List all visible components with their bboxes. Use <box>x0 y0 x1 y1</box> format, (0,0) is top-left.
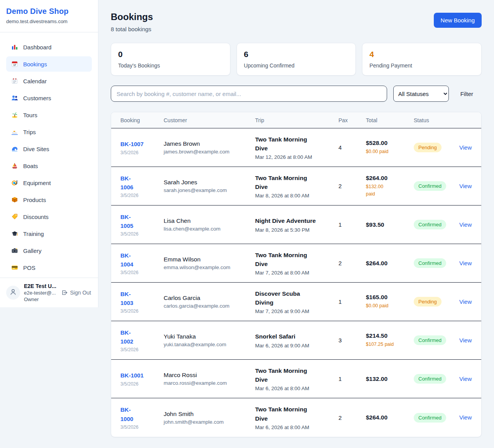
booking-date: 3/5/2026 <box>120 150 164 155</box>
booking-cell: BK- 1005 3/5/2026 <box>120 212 164 237</box>
sidebar-item-training[interactable]: Training <box>6 226 92 241</box>
sidebar-item-trips[interactable]: Trips <box>6 124 92 140</box>
sidebar-item-label: Calendar <box>23 78 47 84</box>
sign-out-button[interactable]: Sign Out <box>61 290 92 296</box>
total-cell: $528.00 $0.00 paid <box>366 140 414 155</box>
total-cell: $93.50 <box>366 221 414 228</box>
total-cell: $165.00 $0.00 paid <box>366 294 414 310</box>
column-header-total: Total <box>366 117 414 123</box>
sidebar-item-equipment[interactable]: Equipment <box>6 175 92 190</box>
customer-email: sarah.jones@example.com <box>164 187 255 193</box>
actions-cell: View <box>459 337 472 344</box>
sidebar-item-calendar[interactable]: Calendar <box>6 73 92 89</box>
view-link[interactable]: View <box>459 221 472 228</box>
spiral-calendar-icon <box>11 77 18 84</box>
trip-datetime: Mar 6, 2026 at 8:00 AM <box>255 386 338 391</box>
pax-count: 2 <box>338 183 366 189</box>
view-link[interactable]: View <box>459 414 472 421</box>
view-link[interactable]: View <box>459 260 472 266</box>
sidebar-item-discounts[interactable]: Discounts <box>6 209 92 224</box>
main-content: Bookings 8 total bookings New Booking 0 … <box>98 0 494 448</box>
island-icon <box>11 111 18 118</box>
customer-name: Carlos Garcia <box>164 295 255 301</box>
customer-email: lisa.chen@example.com <box>164 226 255 232</box>
pax-count: 3 <box>338 337 366 344</box>
sidebar-item-customers[interactable]: Customers <box>6 90 92 106</box>
trip-datetime: Mar 6, 2026 at 9:00 AM <box>255 343 338 349</box>
pax-count: 1 <box>338 298 366 305</box>
stat-value: 6 <box>244 50 349 59</box>
bookings-table: Booking Customer Trip Pax Total Status B… <box>111 112 482 437</box>
column-header-trip: Trip <box>255 117 338 123</box>
credit-card-icon <box>11 264 18 271</box>
person-icon <box>9 288 17 297</box>
stat-value: 0 <box>118 50 223 59</box>
filter-button[interactable]: Filter <box>455 91 482 97</box>
sidebar-item-label: Customers <box>23 95 51 101</box>
user-name: E2E Test U... <box>24 283 57 289</box>
view-link[interactable]: View <box>459 337 472 344</box>
customer-email: emma.wilson@example.com <box>164 264 255 270</box>
sailboat-icon <box>11 162 18 169</box>
booking-date: 3/5/2026 <box>120 308 164 314</box>
table-row: BK- 1004 3/5/2026 Emma Wilson emma.wilso… <box>111 244 481 283</box>
booking-number-link[interactable]: BK- 1005 <box>120 212 164 231</box>
status-badge: Confirmed <box>414 181 446 191</box>
booking-number-link[interactable]: BK- 1002 <box>120 328 164 346</box>
status-cell: Confirmed <box>414 181 459 191</box>
new-booking-button[interactable]: New Booking <box>434 13 482 28</box>
total-cell: $264.00 <box>366 414 414 421</box>
booking-number-link[interactable]: BK- 1006 <box>120 174 164 192</box>
status-badge: Pending <box>414 297 442 307</box>
tag-icon <box>11 213 18 220</box>
stat-value: 4 <box>369 50 474 59</box>
column-header-booking: Booking <box>120 117 164 123</box>
sidebar-item-tours[interactable]: Tours <box>6 107 92 123</box>
sidebar-item-gallery[interactable]: Gallery <box>6 243 92 258</box>
customer-cell: Sarah Jones sarah.jones@example.com <box>164 179 255 193</box>
sidebar-user-footer: E2E Test U... e2e-tester@... Owner Sign … <box>0 278 98 307</box>
customer-email: marco.rossi@example.com <box>164 380 255 386</box>
view-link[interactable]: View <box>459 183 472 189</box>
total-cell: $264.00 <box>366 260 414 267</box>
sidebar-item-bookings[interactable]: 17 Bookings <box>6 56 92 72</box>
view-link[interactable]: View <box>459 144 472 151</box>
sidebar-item-label: POS <box>23 264 36 271</box>
trip-name: Two Tank Morning Dive <box>255 251 338 269</box>
status-cell: Confirmed <box>414 413 459 423</box>
sidebar-item-label: Equipment <box>23 180 51 186</box>
total-amount: $264.00 <box>366 260 414 267</box>
sidebar-item-boats[interactable]: Boats <box>6 158 92 173</box>
view-link[interactable]: View <box>459 298 472 305</box>
sidebar-item-label: Training <box>23 231 44 237</box>
booking-number-link[interactable]: BK- 1000 <box>120 405 164 423</box>
page-title: Bookings <box>111 12 153 22</box>
view-link[interactable]: View <box>459 376 472 382</box>
trip-cell: Two Tank Morning Dive Mar 6, 2026 at 8:0… <box>255 366 338 392</box>
trip-datetime: Mar 6, 2026 at 8:00 AM <box>255 424 338 430</box>
search-input[interactable] <box>111 86 387 102</box>
customer-name: Yuki Tanaka <box>164 333 255 340</box>
booking-number-link[interactable]: BK-1007 <box>120 140 164 148</box>
sidebar-item-dive-sites[interactable]: Dive Sites <box>6 141 92 157</box>
booking-cell: BK-1007 3/5/2026 <box>120 140 164 155</box>
booking-number-link[interactable]: BK- 1003 <box>120 290 164 308</box>
status-badge: Confirmed <box>414 413 446 423</box>
stats-cards: 0 Today's Bookings 6 Upcoming Confirmed … <box>111 43 482 76</box>
customer-cell: Carlos Garcia carlos.garcia@example.com <box>164 295 255 309</box>
pax-count: 1 <box>338 221 366 228</box>
trip-datetime: Mar 7, 2026 at 8:00 AM <box>255 270 338 276</box>
booking-number-link[interactable]: BK- 1004 <box>120 251 164 269</box>
stat-label: Upcoming Confirmed <box>244 62 349 69</box>
sidebar-item-pos[interactable]: POS <box>6 260 92 275</box>
pax-count: 2 <box>338 260 366 266</box>
sidebar-item-dashboard[interactable]: Dashboard <box>6 39 92 55</box>
trip-name: Snorkel Safari <box>255 332 338 341</box>
pax-count: 2 <box>338 414 366 421</box>
booking-number-link[interactable]: BK-1001 <box>120 371 164 380</box>
total-cell: $264.00 $132.00 paid <box>366 175 414 198</box>
status-select[interactable]: All Statuses <box>393 86 449 102</box>
sidebar-item-products[interactable]: Products <box>6 192 92 207</box>
sidebar-item-label: Gallery <box>23 248 42 254</box>
customer-name: John Smith <box>164 411 255 418</box>
